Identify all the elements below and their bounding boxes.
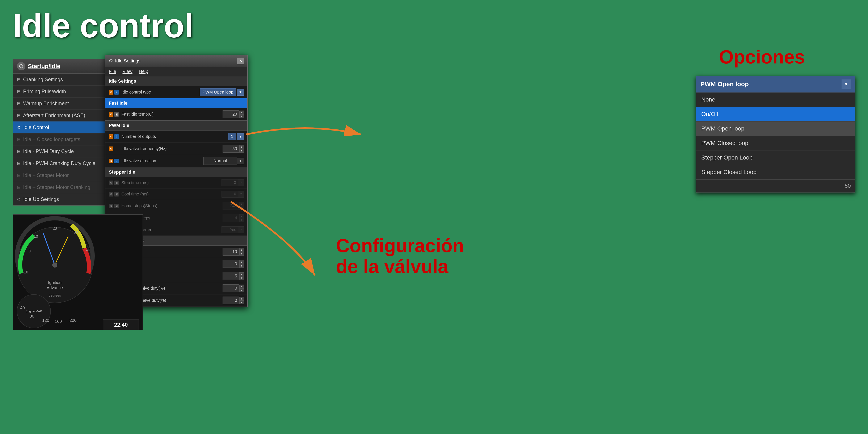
- p-percent-field[interactable]: 10: [223, 248, 239, 256]
- label-idle-control-type: Idle control type: [121, 90, 197, 94]
- spinner-down-p[interactable]: ▼: [239, 252, 244, 256]
- dropdown-panel-arrow-button[interactable]: ▼: [841, 80, 851, 89]
- row-icons-direction: ⚙ ?: [109, 159, 119, 163]
- spinner-down-min-valve[interactable]: ▼: [239, 288, 244, 292]
- gauge-container: -10 0 10 20 30 40 Ignition Advance degre…: [13, 214, 143, 330]
- dropdown-direction-value[interactable]: Normal: [204, 157, 237, 165]
- nav-label-stepper-motor: Idle – Stepper Motor: [23, 172, 69, 178]
- nav-icon-closed-loop: ⊟: [17, 137, 21, 142]
- row-number-outputs: ⚙ ? Number of outputs 1 ▼: [105, 131, 247, 143]
- idle-control-type-dropdown[interactable]: PWM Open loop ▼: [200, 88, 244, 96]
- min-valve-spinner[interactable]: ▲ ▼: [239, 285, 244, 292]
- max-valve-duty-field[interactable]: 0: [223, 296, 239, 304]
- section-pwm-idle: PWM Idle: [105, 120, 247, 131]
- row-icons-step-time: ⚙ ▣: [109, 180, 119, 185]
- label-fast-idle-temp: Fast idle temp(C): [121, 112, 220, 117]
- spinner-up-max-valve[interactable]: ▲: [239, 297, 244, 300]
- dropdown-arrow-pwm[interactable]: ▼: [237, 89, 244, 96]
- min-valve-duty-field[interactable]: 0: [223, 284, 239, 292]
- min-valve-duty-input[interactable]: 0 ▲ ▼: [223, 284, 244, 292]
- option-stepper-closed[interactable]: Stepper Closed Loop: [696, 165, 855, 179]
- inverted-value: Yes: [221, 226, 238, 233]
- row-icons-home: ⚙ ▣: [109, 204, 119, 208]
- valve-freq-input[interactable]: 50 ▲ ▼: [223, 145, 244, 152]
- dropdown-arrow-direction[interactable]: ▼: [237, 157, 244, 164]
- fast-idle-temp-field[interactable]: 20: [223, 110, 239, 118]
- nav-icon-stepper-motor: ⊟: [17, 173, 21, 178]
- valve-direction-dropdown[interactable]: Normal ▼: [204, 157, 244, 165]
- menu-file[interactable]: File: [109, 69, 116, 74]
- spinner-up-home: ▲: [239, 202, 244, 206]
- spinner-up-freq[interactable]: ▲: [239, 145, 244, 149]
- home-steps-spinner: ▲ ▼: [239, 202, 244, 210]
- i-spinner[interactable]: ▲ ▼: [239, 260, 244, 268]
- option-onoff[interactable]: On/Off: [696, 107, 855, 121]
- nav-icon-cranking: ⊟: [17, 77, 21, 82]
- menu-view[interactable]: View: [122, 69, 132, 74]
- row-idle-valve-freq: ⚙ Idle valve frequency(Hz) 50 ▲ ▼: [105, 143, 247, 155]
- nav-icon-priming: ⊟: [17, 89, 21, 94]
- row-fast-idle[interactable]: Fast Idle: [105, 98, 247, 108]
- nav-icon-afterstart: ⊟: [17, 113, 21, 118]
- dialog-titlebar: ⚙ Idle Settings ✕: [105, 55, 247, 67]
- icon-gray-cool: ⚙: [109, 192, 113, 197]
- row-fast-idle-temp: ⚙ ▣ Fast idle temp(C) 20 ▲ ▼: [105, 108, 247, 120]
- option-pwm-closed[interactable]: PWM Closed loop: [696, 136, 855, 150]
- spinner-down-freq[interactable]: ▼: [239, 149, 244, 152]
- spinner-up-i[interactable]: ▲: [239, 260, 244, 264]
- section-idle-settings: Idle Settings: [105, 76, 247, 86]
- spinner-up-temp[interactable]: ▲: [239, 111, 244, 114]
- spinner-up-p[interactable]: ▲: [239, 248, 244, 252]
- spinner-up-min: ▲: [239, 214, 244, 218]
- icon-gray-home2: ▣: [114, 204, 119, 208]
- row-icons-outputs: ⚙ ?: [109, 134, 119, 139]
- p-spinner[interactable]: ▲ ▼: [239, 248, 244, 256]
- option-stepper-open[interactable]: Stepper Open Loop: [696, 150, 855, 165]
- spinner-down-max-valve[interactable]: ▼: [239, 300, 244, 304]
- step-time-value: 3: [221, 179, 238, 186]
- label-number-outputs: Number of outputs: [121, 134, 226, 139]
- svg-text:160: 160: [55, 319, 62, 324]
- valve-freq-spinner[interactable]: ▲ ▼: [239, 145, 244, 152]
- option-none[interactable]: None: [696, 92, 855, 107]
- nav-icon-idle-up: ⚙: [17, 197, 21, 202]
- menu-help[interactable]: Help: [139, 69, 148, 74]
- d-spinner[interactable]: ▲ ▼: [239, 272, 244, 280]
- max-valve-duty-input[interactable]: 0 ▲ ▼: [223, 296, 244, 304]
- spinner-down-temp[interactable]: ▼: [239, 114, 244, 118]
- dropdown-outputs-value[interactable]: 1: [228, 133, 236, 140]
- svg-text:Ignition: Ignition: [48, 280, 62, 285]
- min-steps-control: 4 ▲ ▼: [223, 214, 244, 222]
- number-outputs-dropdown[interactable]: 1 ▼: [228, 133, 244, 140]
- d-percent-input[interactable]: 5 ▲ ▼: [223, 272, 244, 280]
- dropdown-arrow-outputs[interactable]: ▼: [237, 133, 244, 140]
- row-icons-fast-idle-temp: ⚙ ▣: [109, 112, 119, 117]
- option-pwm-open[interactable]: PWM Open loop: [696, 121, 855, 136]
- d-percent-field[interactable]: 5: [223, 272, 239, 280]
- dialog-close-button[interactable]: ✕: [237, 58, 244, 64]
- cool-time-value: 0: [221, 191, 238, 198]
- i-percent-input[interactable]: 0 ▲ ▼: [223, 260, 244, 268]
- gauge-section: -10 0 10 20 30 40 Ignition Advance degre…: [12, 214, 143, 330]
- inverted-arrow: ▼: [238, 226, 244, 233]
- fast-idle-temp-input[interactable]: 20 ▲ ▼: [223, 110, 244, 118]
- icon-gray-home: ⚙: [109, 204, 113, 208]
- valve-freq-field[interactable]: 50: [223, 145, 239, 152]
- p-percent-input[interactable]: 10 ▲ ▼: [223, 248, 244, 256]
- max-valve-spinner[interactable]: ▲ ▼: [239, 297, 244, 304]
- i-percent-field[interactable]: 0: [223, 260, 239, 268]
- nav-label-priming: Priming Pulsewidth: [23, 88, 66, 94]
- fast-idle-temp-spinner[interactable]: ▲ ▼: [239, 111, 244, 118]
- inverted-control: Yes ▼: [221, 226, 244, 233]
- label-cool-time: Cool time (ms): [121, 192, 219, 197]
- nav-icon-warmup: ⊟: [17, 101, 21, 106]
- label-step-time: Step time (ms): [121, 180, 219, 185]
- dropdown-pwm-open[interactable]: PWM Open loop: [200, 88, 236, 96]
- spinner-up-min-valve[interactable]: ▲: [239, 285, 244, 288]
- cool-time-arrow: ▼: [238, 191, 244, 198]
- spinner-up-d[interactable]: ▲: [239, 272, 244, 276]
- panel-header-title: Startup/Idle: [28, 63, 60, 69]
- spinner-down-d[interactable]: ▼: [239, 276, 244, 280]
- svg-text:degrees: degrees: [49, 294, 61, 297]
- spinner-down-i[interactable]: ▼: [239, 264, 244, 268]
